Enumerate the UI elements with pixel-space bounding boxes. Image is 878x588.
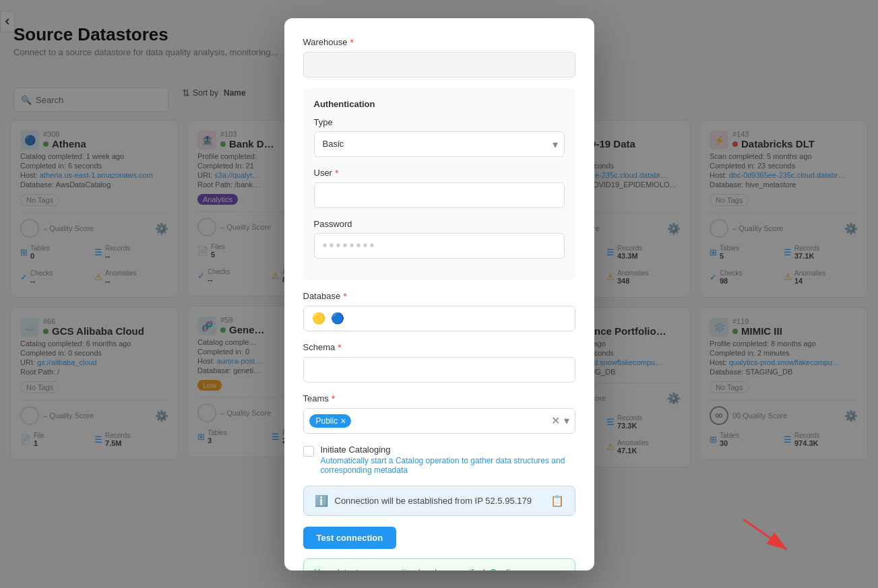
initiate-checkbox[interactable]: [303, 446, 314, 457]
warehouse-label: Warehouse *: [303, 37, 575, 48]
type-select[interactable]: Basic: [314, 131, 565, 157]
auth-title: Authentication: [314, 99, 565, 109]
type-label: Type: [314, 117, 565, 127]
user-input[interactable]: [314, 183, 565, 208]
page-background: Source Datastores Connect to a source da…: [0, 0, 878, 588]
user-group: User *: [314, 168, 565, 208]
warehouse-group: Warehouse *: [303, 37, 575, 77]
initiate-title: Initiate Cataloging: [321, 445, 575, 455]
database-group: Database * 🟡 🔵: [303, 291, 575, 331]
teams-label: Teams *: [303, 393, 575, 404]
schema-required: *: [338, 342, 341, 353]
schema-group: Schema *: [303, 342, 575, 383]
ip-text: Connection will be established from IP 5…: [335, 496, 544, 506]
auth-section: Authentication Type Basic ▾ User *: [303, 88, 575, 280]
password-label: Password: [314, 219, 565, 229]
info-icon: ℹ️: [315, 494, 328, 507]
team-tag-label: Public: [316, 416, 338, 426]
copy-icon[interactable]: 📋: [551, 494, 564, 507]
warehouse-required: *: [350, 37, 354, 48]
ip-notice: ℹ️ Connection will be established from I…: [303, 486, 575, 516]
database-required: *: [343, 291, 346, 302]
team-tag-public: Public ×: [309, 414, 352, 428]
teams-group: Teams * Public × ✕ ▾: [303, 393, 575, 434]
db-icon-yellow: 🟡: [312, 312, 325, 325]
warehouse-input[interactable]: [303, 52, 575, 77]
schema-label: Schema *: [303, 342, 575, 353]
db-icon-blue: 🔵: [331, 312, 344, 325]
test-connection-button[interactable]: Test connection: [303, 527, 397, 549]
initiate-desc: Automatically start a Catalog operation …: [321, 456, 575, 475]
team-tag-remove[interactable]: ×: [340, 416, 346, 426]
type-group: Type Basic ▾: [314, 117, 565, 157]
password-input[interactable]: ••••••••: [314, 233, 565, 259]
connection-modal: Warehouse * Authentication Type Basic ▾: [284, 18, 594, 570]
type-select-wrapper: Basic ▾: [314, 131, 565, 157]
password-group: Password ••••••••: [314, 219, 565, 259]
user-required: *: [335, 168, 338, 178]
teams-dropdown-icon[interactable]: ▾: [564, 414, 569, 427]
teams-clear-icon[interactable]: ✕: [551, 414, 560, 427]
database-label: Database *: [303, 291, 575, 302]
teams-required: *: [332, 393, 335, 404]
teams-input[interactable]: Public × ✕ ▾: [303, 408, 575, 434]
initiate-content: Initiate Cataloging Automatically start …: [321, 445, 575, 475]
initiate-row: Initiate Cataloging Automatically start …: [303, 445, 575, 475]
user-label: User *: [314, 168, 565, 178]
success-text: Your datastore connection has been verif…: [315, 567, 564, 570]
database-input[interactable]: [350, 313, 567, 323]
success-notice: Your datastore connection has been verif…: [303, 558, 575, 570]
schema-input[interactable]: [303, 357, 575, 383]
database-input-row: 🟡 🔵: [303, 306, 575, 331]
